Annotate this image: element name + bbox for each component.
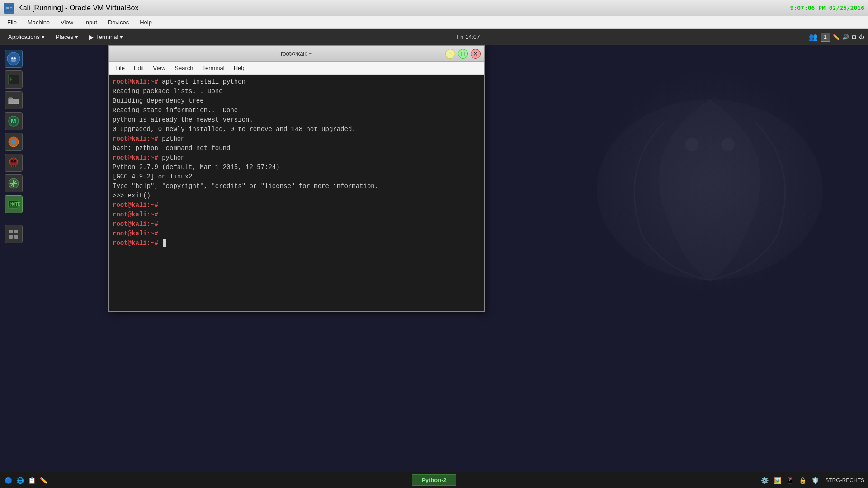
tray-right-2[interactable]: 🖼️ xyxy=(773,476,782,485)
applications-label: Applications xyxy=(8,33,40,40)
vbox-menu-view[interactable]: View xyxy=(55,17,79,28)
terminal-menu: File Edit View Search Terminal Help xyxy=(109,62,484,75)
vbox-menu-file[interactable]: File xyxy=(2,17,22,28)
term-menu-help[interactable]: Help xyxy=(229,64,250,72)
places-label: Places xyxy=(56,33,73,40)
term-menu-edit[interactable]: Edit xyxy=(129,64,148,72)
tray-icon-1[interactable]: 🔵 xyxy=(4,476,13,485)
svg-point-7 xyxy=(11,57,13,59)
term-menu-search[interactable]: Search xyxy=(170,64,198,72)
vbox-menu-devices[interactable]: Devices xyxy=(103,17,134,28)
sidebar-icon-skull[interactable] xyxy=(5,154,23,172)
tray-icon-4[interactable]: ✏️ xyxy=(39,476,48,485)
terminal-line-2: Reading package lists... Done xyxy=(113,87,481,96)
vbox-menu-machine[interactable]: Machine xyxy=(22,17,55,28)
taskbar: 🔵 🌐 📋 ✏️ Python-2 ⚙️ 🖼️ 📱 🔒 🛡️ STRG-RECH… xyxy=(0,472,868,488)
terminal-minimize-button[interactable]: − xyxy=(445,49,455,59)
terminal-line-5: python is already the newest version. xyxy=(113,115,481,125)
vbox-time: 9:07:06 PM 02/26/2016 xyxy=(790,5,864,11)
svg-point-17 xyxy=(14,160,16,163)
terminal-line-4: Reading state information... Done xyxy=(113,106,481,115)
taskbar-right: ⚙️ 🖼️ 📱 🔒 🛡️ STRG-RECHTS xyxy=(760,476,864,485)
svg-rect-28 xyxy=(14,235,18,239)
prompt-4: root@kali:~# xyxy=(113,202,158,209)
taskbar-python2-item[interactable]: Python-2 xyxy=(412,474,456,486)
vbox-menu-help[interactable]: Help xyxy=(134,17,157,28)
tray-right-4[interactable]: 🔒 xyxy=(798,476,807,485)
svg-rect-20 xyxy=(14,165,15,167)
terminal-maximize-button[interactable]: □ xyxy=(458,49,468,59)
sidebar-icon-firefox[interactable] xyxy=(5,133,23,151)
terminal-line-1: root@kali:~# apt-get install python xyxy=(113,77,481,87)
svg-point-5 xyxy=(721,138,735,151)
terminal-icon: ▶ xyxy=(89,33,94,41)
volume-icon: 🔊 xyxy=(842,34,849,40)
svg-point-8 xyxy=(14,57,16,59)
prompt-8: root@kali:~# xyxy=(113,239,162,247)
terminal-line-16: root@kali:~# xyxy=(113,220,481,229)
svg-rect-26 xyxy=(14,230,18,233)
kali-places-menu[interactable]: Places ▾ xyxy=(51,32,83,42)
kali-panel-left: Applications ▾ Places ▾ ▶ Terminal ▾ xyxy=(4,32,127,42)
terminal-line-7: root@kali:~# pzthon xyxy=(113,134,481,144)
svg-point-14 xyxy=(11,139,16,145)
terminal-arrow: ▾ xyxy=(120,33,123,40)
svg-rect-1 xyxy=(6,7,9,9)
terminal-line-8: bash: pzthon: command not found xyxy=(113,144,481,153)
users-icon: 👥 xyxy=(809,33,818,41)
tray-right-5[interactable]: 🛡️ xyxy=(811,476,820,485)
places-arrow: ▾ xyxy=(75,33,78,40)
tray-right-1[interactable]: ⚙️ xyxy=(760,476,769,485)
svg-text:NOTE: NOTE xyxy=(10,202,20,206)
taskbar-strg-rechts: STRG-RECHTS xyxy=(825,477,864,483)
vbox-menu-input[interactable]: Input xyxy=(79,17,103,28)
kali-panel: Applications ▾ Places ▾ ▶ Terminal ▾ Fri… xyxy=(0,29,868,45)
prompt-6: root@kali:~# xyxy=(113,221,158,228)
vbox-menubar: File Machine View Input Devices Help xyxy=(0,16,868,29)
workspace-badge[interactable]: 1 xyxy=(821,33,830,42)
sidebar-icon-grid[interactable] xyxy=(5,225,23,243)
terminal-line-10: Python 2.7.9 (default, Mar 1 2015, 12:57… xyxy=(113,163,481,172)
pencil-icon: ✏️ xyxy=(833,34,840,40)
svg-rect-19 xyxy=(12,165,13,167)
svg-rect-27 xyxy=(9,235,13,239)
tray-right-3[interactable]: 📱 xyxy=(785,476,794,485)
kali-panel-right: 👥 1 ✏️ 🔊 ⊡ ⏻ xyxy=(809,33,864,42)
terminal-line-17: root@kali:~# xyxy=(113,229,481,239)
kali-applications-menu[interactable]: Applications ▾ xyxy=(4,32,49,42)
svg-rect-2 xyxy=(10,7,12,8)
terminal-label: Terminal xyxy=(96,33,118,40)
terminal-line-14: root@kali:~# xyxy=(113,201,481,210)
svg-rect-25 xyxy=(9,230,13,233)
sidebar-icon-green[interactable]: NOTE xyxy=(5,195,23,213)
vbox-titlebar: Kali [Running] - Oracle VM VirtualBox 9:… xyxy=(0,0,868,16)
svg-text:$_: $_ xyxy=(9,77,14,81)
term-menu-file[interactable]: File xyxy=(111,64,129,72)
terminal-content[interactable]: root@kali:~# apt-get install python Read… xyxy=(109,75,484,311)
sidebar-icon-malteser[interactable]: M xyxy=(5,112,23,130)
terminal-cursor xyxy=(163,239,166,247)
prompt-3: root@kali:~# xyxy=(113,154,162,161)
kali-terminal-menu[interactable]: ▶ Terminal ▾ xyxy=(85,32,127,42)
prompt-7: root@kali:~# xyxy=(113,230,158,237)
prompt-2: root@kali:~# xyxy=(113,135,162,142)
svg-point-4 xyxy=(685,138,698,151)
svg-text:M: M xyxy=(11,117,16,125)
tray-icon-2[interactable]: 🌐 xyxy=(15,476,24,485)
terminal-line-13: >>> exit() xyxy=(113,191,481,201)
prompt-5: root@kali:~# xyxy=(113,211,158,218)
sidebar-icon-tools[interactable] xyxy=(5,174,23,192)
terminal-controls: − □ ✕ xyxy=(445,49,481,59)
terminal-window: root@kali: ~ − □ ✕ File Edit View Search… xyxy=(108,45,485,312)
sidebar-icon-folder[interactable] xyxy=(5,91,23,109)
tray-icon-3[interactable]: 📋 xyxy=(27,476,36,485)
sidebar-icon-terminal[interactable]: $_ xyxy=(5,70,23,89)
sidebar-icon-dragon[interactable] xyxy=(5,50,23,68)
terminal-close-button[interactable]: ✕ xyxy=(471,49,481,59)
term-menu-view[interactable]: View xyxy=(148,64,170,72)
term-menu-terminal[interactable]: Terminal xyxy=(198,64,229,72)
terminal-line-9: root@kali:~# python xyxy=(113,153,481,163)
taskbar-python2-label: Python-2 xyxy=(421,477,447,483)
network-icon: ⊡ xyxy=(852,34,856,40)
terminal-title: root@kali: ~ xyxy=(281,50,312,57)
